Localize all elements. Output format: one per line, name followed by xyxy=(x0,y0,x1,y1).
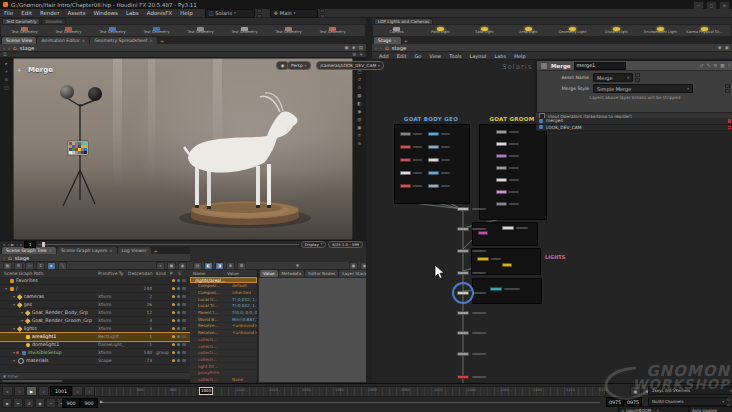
range-slider[interactable] xyxy=(100,402,600,403)
status-pill-icon[interactable] xyxy=(182,319,186,322)
sg-tool-3[interactable]: ↕ xyxy=(36,262,45,270)
shelf-tool-test-geometry-1[interactable]: Test Geometry xyxy=(47,26,90,35)
vp-right-tool-3[interactable]: ⊙ xyxy=(358,85,362,90)
network-node[interactable] xyxy=(457,271,469,275)
close-tab-icon[interactable]: × xyxy=(49,248,52,253)
expand-caret-icon[interactable]: ▾ xyxy=(20,318,24,323)
network-node[interactable] xyxy=(400,184,411,188)
prim-name[interactable]: Favorites xyxy=(16,278,38,283)
viewport-left-toolbar[interactable]: ▸+⊙▢ xyxy=(0,58,13,243)
vp-right-tool-6[interactable]: ◉ xyxy=(358,109,362,114)
network-node[interactable] xyxy=(428,171,439,175)
attribute-row[interactable]: proxyPrim xyxy=(190,370,257,377)
shelf-set-spinner[interactable] xyxy=(320,9,325,18)
attribute-row[interactable]: collecti... xyxy=(190,357,257,364)
activation-dot-icon[interactable] xyxy=(177,287,180,290)
vp-right-tool-10[interactable]: ⊕ xyxy=(358,141,362,146)
activation-dot-icon[interactable] xyxy=(177,343,180,346)
back-icon[interactable]: ‹ xyxy=(3,45,5,51)
status-pill-icon[interactable] xyxy=(182,295,186,298)
attribute-row[interactable]: collecti... xyxy=(190,350,257,357)
visibility-dot-icon[interactable] xyxy=(172,335,175,338)
vp-next-icon[interactable]: › xyxy=(16,242,18,247)
attribute-row[interactable]: Composi...default xyxy=(190,283,257,290)
details-tab-editor-nodes[interactable]: Editor Nodes xyxy=(305,270,338,277)
shelf-tool-test-geometry-3[interactable]: Test Geometry xyxy=(135,26,178,35)
tree-row-favorites[interactable]: Favorites xyxy=(0,277,190,285)
attribute-row[interactable]: Resolve...<unbound> xyxy=(190,323,257,330)
network-node[interactable] xyxy=(496,202,507,206)
status-pill-icon[interactable] xyxy=(182,303,186,306)
dt-tool-3[interactable]: ≡ xyxy=(226,262,235,270)
network-node[interactable] xyxy=(457,207,469,211)
network-node[interactable] xyxy=(428,184,439,188)
vp-left-tool-1[interactable]: + xyxy=(5,69,9,74)
network-node[interactable] xyxy=(502,263,512,267)
visibility-dot-icon[interactable] xyxy=(172,303,175,306)
network-node[interactable] xyxy=(477,257,489,261)
prim-name[interactable]: / xyxy=(16,286,18,291)
shelf-tool-test-geometry-4[interactable]: Test Geometry xyxy=(179,26,222,35)
forward-icon[interactable]: › xyxy=(8,45,10,51)
filter-label[interactable]: Filter xyxy=(8,374,18,379)
vp-prev-icon[interactable]: ‹ xyxy=(7,242,9,247)
network-node[interactable] xyxy=(428,145,439,149)
range-start2-field[interactable]: 900 xyxy=(80,398,98,408)
expand-caret-icon[interactable]: ▾ xyxy=(20,310,24,315)
merge-style-spinner[interactable] xyxy=(725,84,730,93)
column-header-descendan[interactable]: Descendan xyxy=(128,271,153,276)
menu-file[interactable]: File xyxy=(0,10,17,16)
desktop-selector[interactable]: ◫Solaris▾ xyxy=(205,9,255,18)
network-node[interactable] xyxy=(428,132,439,136)
details-value-column[interactable]: Value xyxy=(227,271,239,276)
vp-left-tool-2[interactable]: ⊙ xyxy=(5,77,9,82)
next-frame-button[interactable]: › xyxy=(38,386,49,396)
vp-right-tool-9[interactable]: ≡ xyxy=(358,133,362,138)
net-menu-layout[interactable]: Layout xyxy=(466,53,491,59)
realtime-toggle-icon[interactable]: ▣ xyxy=(630,386,641,396)
menu-windows[interactable]: Windows xyxy=(89,10,122,16)
timeline-ruler[interactable]: 1001 98099010001010102010301040105010601… xyxy=(94,386,606,397)
sg-back-icon[interactable]: ‹ xyxy=(3,255,5,261)
frame-step-back-button[interactable]: ‹ xyxy=(72,386,83,396)
vp-right-tool-7[interactable]: ◍ xyxy=(358,117,362,122)
shelf-set-selector[interactable]: ✚Main▾ xyxy=(270,9,318,18)
visibility-dot-icon[interactable] xyxy=(172,351,175,354)
dt-tool-1[interactable]: ◧ xyxy=(204,262,213,270)
kernels-dropdown[interactable]: 2keyL 0/0 VKernels▾ xyxy=(648,386,732,395)
playbar-option-3[interactable]: ◉ xyxy=(35,398,45,408)
attribute-row[interactable]: Local tr...T(-0.032, 1.349, 1... xyxy=(190,296,257,303)
tree-row-goat-render-groom-grp[interactable]: ▾Goat_Render_Groom_GrpXform3 xyxy=(0,317,190,325)
activation-dot-icon[interactable] xyxy=(177,327,180,330)
visibility-dot-icon[interactable] xyxy=(172,319,175,322)
current-frame-field[interactable]: 1001 xyxy=(50,386,72,396)
shelf-tool-point-light[interactable]: Point Light xyxy=(419,26,462,35)
dt-tool-0[interactable]: ▤ xyxy=(193,262,202,270)
asset-name-spinner[interactable] xyxy=(635,73,640,82)
prim-name[interactable]: lights xyxy=(24,326,37,331)
tree-row-goat-render-body-grp[interactable]: ▾Goat_Render_Body_GrpXform12 xyxy=(0,309,190,317)
shelf-tool-environment-light[interactable]: Environment Light xyxy=(639,26,682,35)
attribute-row[interactable]: collecti... xyxy=(190,343,257,350)
status-pill-icon[interactable] xyxy=(182,327,186,330)
prim-name[interactable]: Goat_Render_Groom_Grp xyxy=(32,318,93,323)
net-menu-tools[interactable]: Tools xyxy=(445,53,465,59)
left-path-text[interactable]: stage xyxy=(20,45,34,51)
range-slider-handle[interactable]: ▶ xyxy=(100,399,103,404)
dt-tool-2[interactable]: ◨ xyxy=(215,262,224,270)
sg-tool-4[interactable]: ▸ xyxy=(47,262,56,270)
home-icon[interactable]: ⌂ xyxy=(13,45,17,51)
status-pill-icon[interactable] xyxy=(182,335,186,338)
tree-row-lights[interactable]: ▾lightsXform3 xyxy=(0,325,190,333)
vp-play-icon[interactable]: ▶ xyxy=(11,242,14,247)
playbar-option-2[interactable]: ↺ xyxy=(24,398,34,408)
visibility-dot-icon[interactable] xyxy=(172,295,175,298)
net-home-icon[interactable]: ⌂ xyxy=(385,45,389,51)
tab-animation-editor[interactable]: Animation Editor× xyxy=(37,37,89,44)
prim-name[interactable]: Goat_Render_Body_Grp xyxy=(32,310,89,315)
net-menu-add[interactable]: Add xyxy=(375,53,393,59)
network-node[interactable] xyxy=(496,154,507,158)
lights-network-box[interactable] xyxy=(471,248,541,275)
tab-scene-view[interactable]: Scene View xyxy=(2,37,36,44)
asset-name-dropdown[interactable]: Merge▾ xyxy=(593,73,633,82)
